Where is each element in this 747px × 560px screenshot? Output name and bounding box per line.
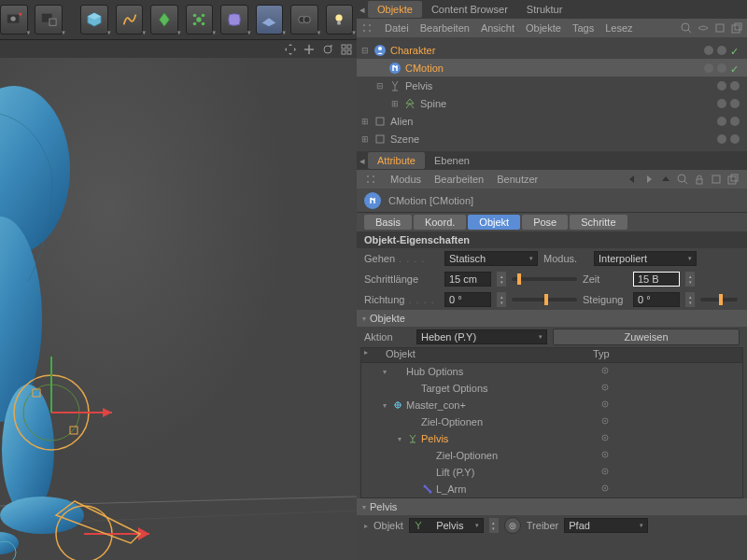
tool-spline-icon[interactable] [116, 5, 144, 35]
zeit-input[interactable] [633, 272, 680, 287]
item-gear-icon[interactable] [600, 416, 612, 427]
menu-bearbeiten[interactable]: Bearbeiten [434, 174, 484, 185]
zuweisen-button[interactable]: Zuweisen [553, 329, 740, 345]
tab-scroll-left-icon[interactable]: ◂ [357, 155, 368, 167]
spinner[interactable] [685, 292, 695, 307]
search-icon[interactable] [676, 173, 689, 186]
tab-content-browser[interactable]: Content Browser [422, 1, 517, 18]
nav-up-icon[interactable] [659, 173, 672, 186]
collapse-icon[interactable]: ▸ [361, 348, 371, 362]
tree-row-alien[interactable]: ⊞ Alien [357, 112, 747, 130]
item-gear-icon[interactable] [600, 483, 612, 495]
spinner[interactable] [685, 272, 695, 287]
list-item[interactable]: L_Arm [361, 481, 742, 497]
spinner[interactable] [497, 272, 506, 287]
steigung-input[interactable] [633, 292, 680, 307]
menu-benutzer[interactable]: Benutzer [497, 174, 538, 185]
gehen-select[interactable]: Statisch [444, 251, 538, 266]
list-item[interactable]: ▾ Hub Options [361, 363, 742, 380]
undock-icon[interactable] [730, 21, 743, 35]
dropdown-icon[interactable]: ▼ [141, 30, 147, 35]
enable-check-icon[interactable]: ✓ [730, 46, 740, 55]
expand-icon[interactable]: ⊞ [360, 134, 370, 144]
menu-objekte[interactable]: Objekte [526, 22, 561, 34]
aktion-select[interactable]: Heben (P.Y) [416, 329, 547, 344]
item-gear-icon[interactable] [600, 383, 612, 394]
lock-icon[interactable] [693, 173, 706, 186]
view-icon[interactable] [697, 21, 710, 35]
vp-orbit-icon[interactable] [321, 43, 334, 56]
visibility-tag[interactable] [717, 63, 726, 73]
list-item[interactable]: Target Options [361, 380, 742, 397]
dropdown-icon[interactable]: ▼ [211, 30, 217, 35]
visibility-tag[interactable] [717, 81, 726, 91]
subtab-koord[interactable]: Koord. [414, 215, 466, 230]
list-item[interactable]: Ziel-Optionen [361, 447, 742, 464]
vp-pan-icon[interactable] [284, 43, 297, 56]
dropdown-icon[interactable]: ▼ [281, 30, 287, 35]
item-gear-icon[interactable] [600, 450, 612, 461]
tool-light-icon[interactable] [326, 5, 354, 35]
richtung-input[interactable] [444, 292, 491, 307]
nav-fwd-icon[interactable] [642, 173, 655, 186]
item-gear-icon[interactable] [600, 399, 612, 411]
list-item[interactable]: ▾ Master_con+ [361, 397, 742, 413]
enable-check-icon[interactable]: ✓ [730, 63, 740, 73]
spinner[interactable] [489, 518, 499, 533]
list-item[interactable]: ▾ Pelvis [361, 430, 742, 447]
expand-icon[interactable]: ▾ [395, 435, 404, 443]
new-icon[interactable] [710, 173, 723, 186]
tree-row-charakter[interactable]: ⊟ Charakter ✓ [357, 41, 747, 59]
spinner[interactable] [497, 292, 506, 307]
list-item[interactable]: Ziel-Optionen [361, 413, 742, 430]
subtab-schritte[interactable]: Schritte [570, 215, 627, 230]
dropdown-icon[interactable]: ▼ [317, 30, 322, 35]
steigung-slider[interactable] [700, 298, 738, 301]
subtab-pose[interactable]: Pose [522, 215, 568, 230]
schritt-input[interactable] [444, 272, 491, 287]
dropdown-icon[interactable]: ▼ [176, 30, 182, 35]
item-gear-icon[interactable] [600, 467, 612, 478]
section-objekte[interactable]: Objekte [357, 310, 747, 327]
tool-deformer-icon[interactable] [220, 5, 248, 35]
subtab-objekt[interactable]: Objekt [468, 215, 520, 230]
tree-row-szene[interactable]: ⊞ Szene [357, 130, 747, 147]
vp-zoom-icon[interactable] [303, 43, 316, 56]
dropdown-icon[interactable]: ▼ [247, 30, 252, 35]
dropdown-icon[interactable]: ▼ [61, 30, 66, 35]
dropdown-icon[interactable]: ▼ [106, 30, 112, 35]
visibility-tag[interactable] [717, 117, 726, 126]
menu-grip-icon[interactable] [360, 21, 374, 35]
tool-render-settings-icon[interactable] [35, 5, 63, 35]
tree-row-pelvis[interactable]: ⊟ Pelvis [357, 77, 747, 94]
visibility-tag[interactable] [717, 46, 726, 55]
tool-nurbs-icon[interactable] [150, 5, 178, 35]
visibility-tag[interactable] [730, 99, 740, 108]
tool-array-icon[interactable] [186, 5, 214, 35]
target-button[interactable]: ◎ [504, 517, 521, 534]
richtung-slider[interactable] [512, 298, 577, 301]
menu-bearbeiten[interactable]: Bearbeiten [420, 22, 470, 34]
menu-grip-icon[interactable] [364, 173, 377, 186]
expand-icon[interactable]: ⊟ [375, 81, 385, 91]
subtab-basis[interactable]: Basis [364, 215, 412, 230]
expand-icon[interactable]: ⊞ [360, 117, 370, 126]
undock-icon[interactable] [726, 173, 740, 186]
visibility-tag[interactable] [730, 81, 740, 91]
tool-floor-icon[interactable] [256, 5, 284, 35]
menu-ansicht[interactable]: Ansicht [481, 22, 514, 34]
item-gear-icon[interactable] [600, 433, 612, 444]
visibility-tag[interactable] [717, 99, 726, 108]
treiber-select[interactable]: Pfad [564, 518, 648, 533]
expand-icon[interactable]: ⊟ [360, 46, 370, 55]
nav-back-icon[interactable] [626, 173, 639, 186]
visibility-tag[interactable] [730, 134, 740, 144]
tool-camera-icon[interactable] [290, 5, 318, 35]
tool-cube-icon[interactable] [80, 5, 108, 35]
tree-row-spine[interactable]: ⊞ Spine [357, 94, 747, 112]
tab-attribute[interactable]: Attribute [368, 152, 425, 169]
vp-layout-icon[interactable] [340, 43, 353, 56]
expand-icon[interactable]: ⊞ [390, 99, 400, 108]
expand-icon[interactable]: ▾ [380, 368, 389, 376]
visibility-tag[interactable] [717, 134, 726, 144]
